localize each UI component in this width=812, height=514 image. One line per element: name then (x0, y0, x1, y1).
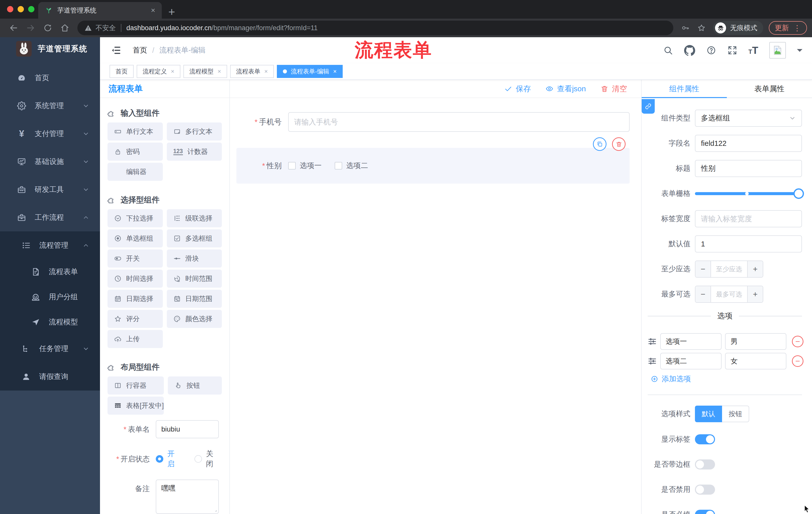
chip-dropdown-select[interactable]: 下拉选择 (108, 209, 163, 227)
tab-component-props[interactable]: 组件属性 (642, 80, 727, 98)
slider-handle[interactable] (793, 188, 804, 199)
stepper-decrease-button[interactable]: − (695, 261, 711, 277)
style-default-button[interactable]: 默认 (695, 406, 722, 422)
show-label-toggle[interactable] (695, 434, 715, 444)
title-input[interactable] (695, 160, 802, 177)
sidebar-item-workflow[interactable]: 工作流程 (0, 204, 100, 231)
sidebar-item-process-model[interactable]: 流程模型 (0, 309, 100, 335)
tab-close-icon[interactable]: × (218, 68, 221, 75)
bookmark-star-icon[interactable] (697, 24, 706, 32)
chip-switch[interactable]: 开关 (108, 249, 163, 268)
reload-icon[interactable] (43, 23, 53, 33)
tab-process-form-edit[interactable]: 流程表单-编辑 × (277, 65, 343, 78)
sidebar-item-devtools[interactable]: 研发工具 (0, 175, 100, 204)
min-select-input[interactable] (711, 261, 747, 277)
radio-on-selected[interactable] (156, 455, 163, 463)
tab-process-definition[interactable]: 流程定义 × (137, 65, 180, 78)
sidebar-item-infra[interactable]: 基础设施 (0, 147, 100, 175)
tab-process-form[interactable]: 流程表单 × (230, 65, 274, 78)
sidebar-collapse-icon[interactable] (111, 45, 121, 56)
sidebar-item-home[interactable]: 首页 (0, 64, 100, 92)
forward-icon[interactable] (26, 23, 35, 33)
address-bar[interactable]: 不安全 dashboard.yudao.iocoder.cn /bpm/mana… (77, 21, 673, 35)
gender-field-selected[interactable]: *性别 选项一 选项二 (236, 148, 630, 184)
sidebar-item-leave-query[interactable]: 请假查询 (0, 362, 100, 390)
option-name-input[interactable] (660, 333, 722, 350)
update-button[interactable]: 更新 ⋮ (769, 21, 807, 35)
drag-handle-icon[interactable] (648, 357, 657, 366)
chip-time-picker[interactable]: 时间选择 (108, 270, 163, 288)
font-size-icon[interactable]: TT (749, 45, 758, 55)
radio-off-label[interactable]: 关闭 (206, 449, 219, 469)
chip-counter[interactable]: 123计数器 (167, 142, 222, 161)
radio-off[interactable] (195, 455, 202, 463)
drag-handle-icon[interactable] (648, 337, 657, 346)
fullscreen-icon[interactable] (727, 45, 737, 55)
password-key-icon[interactable] (681, 24, 690, 32)
browser-menu-dots-icon[interactable]: ⋮ (793, 24, 801, 32)
breadcrumb-home[interactable]: 首页 (133, 45, 147, 55)
style-button-button[interactable]: 按钮 (722, 406, 749, 422)
browser-tab[interactable]: 芋道管理系统 × (38, 2, 162, 19)
remove-option-button[interactable]: − (792, 355, 804, 367)
chip-date-picker[interactable]: 日期选择 (108, 290, 163, 308)
field-name-input[interactable] (695, 135, 802, 152)
option-value-input[interactable] (725, 353, 786, 370)
gender-option-1[interactable]: 选项一 (288, 161, 322, 171)
checkbox-unchecked[interactable] (288, 162, 296, 169)
sidebar-item-process-form[interactable]: 流程表单 (0, 259, 100, 285)
tab-close-icon[interactable]: × (171, 68, 174, 75)
sidebar-item-task-mgmt[interactable]: 任务管理 (0, 335, 100, 362)
tab-form-props[interactable]: 表单属性 (727, 80, 812, 98)
chip-table[interactable]: 表格[开发中] (108, 397, 164, 415)
phone-field-row[interactable]: *手机号 (236, 112, 630, 132)
window-maximize-button[interactable] (28, 6, 34, 12)
chip-single-line-text[interactable]: 单行文本 (108, 123, 163, 141)
back-icon[interactable] (9, 23, 18, 33)
form-name-input[interactable] (156, 420, 219, 438)
chip-row-container[interactable]: 行容器 (108, 376, 164, 395)
user-caret-down-icon[interactable] (797, 49, 803, 55)
chip-date-range[interactable]: 日期范围 (167, 290, 222, 308)
clear-button[interactable]: 清空 (601, 84, 627, 94)
stepper-increase-button[interactable]: + (747, 261, 763, 277)
tab-process-model[interactable]: 流程模型 × (183, 65, 227, 78)
data-binding-flag[interactable] (642, 99, 655, 114)
border-toggle[interactable] (695, 459, 715, 469)
phone-input[interactable] (288, 112, 630, 132)
default-value-input[interactable] (695, 235, 802, 252)
chip-checkbox-group[interactable]: 多选框组 (167, 229, 222, 247)
tab-close-icon[interactable]: × (151, 6, 155, 15)
window-close-button[interactable] (7, 6, 13, 12)
label-width-input[interactable] (695, 210, 802, 227)
tab-close-icon[interactable]: × (264, 68, 268, 75)
delete-component-button[interactable] (612, 137, 626, 151)
stepper-decrease-button[interactable]: − (695, 286, 711, 302)
gender-option-2[interactable]: 选项二 (335, 161, 368, 171)
chip-multi-line-text[interactable]: 多行文本 (167, 123, 222, 141)
tab-home[interactable]: 首页 (110, 65, 134, 78)
form-grid-slider[interactable] (695, 185, 802, 202)
chip-editor[interactable]: 编辑器 (108, 163, 163, 181)
component-type-select[interactable]: 多选框组 (695, 110, 802, 127)
help-question-icon[interactable] (706, 45, 716, 55)
sidebar-logo[interactable]: 芋道管理系统 (0, 37, 100, 60)
duplicate-component-button[interactable] (593, 137, 607, 151)
add-option-button[interactable]: 添加选项 (651, 374, 802, 384)
option-name-input[interactable] (660, 353, 722, 370)
sidebar-item-payment[interactable]: ¥ 支付管理 (0, 120, 100, 147)
required-toggle[interactable] (695, 510, 715, 514)
sidebar-item-system[interactable]: 系统管理 (0, 92, 100, 120)
chip-rate[interactable]: 评分 (108, 310, 163, 328)
max-select-input[interactable] (711, 286, 747, 302)
stepper-increase-button[interactable]: + (747, 286, 763, 302)
remark-textarea[interactable]: 嘿嘿 (156, 480, 219, 514)
home-icon[interactable] (60, 23, 69, 33)
chip-upload[interactable]: 上传 (108, 330, 163, 348)
tab-close-icon[interactable]: × (333, 68, 337, 75)
remove-option-button[interactable]: − (792, 336, 804, 347)
sidebar-item-process-mgmt[interactable]: 流程管理 (0, 231, 100, 259)
chip-password[interactable]: 密码 (108, 142, 163, 161)
chip-button[interactable]: 按钮 (168, 376, 222, 395)
avatar[interactable] (769, 42, 786, 59)
